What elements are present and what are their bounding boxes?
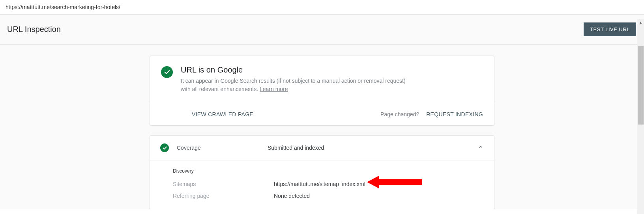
chevron-up-icon[interactable] <box>477 144 484 152</box>
page-title: URL Inspection <box>7 25 61 34</box>
scrollbar-track[interactable]: ▴ <box>637 19 644 214</box>
discovery-title: Discovery <box>173 168 483 174</box>
test-live-url-button[interactable]: TEST LIVE URL <box>584 22 636 36</box>
discovery-key: Sitemaps <box>173 181 274 187</box>
discovery-row-sitemaps: Sitemaps https://matttutt.me/sitemap_ind… <box>173 181 483 187</box>
page-changed-label: Page changed? <box>380 111 419 117</box>
discovery-section: Discovery Sitemaps https://matttutt.me/s… <box>150 160 494 209</box>
discovery-row-referring: Referring page None detected <box>173 193 483 199</box>
discovery-value-referring: None detected <box>274 193 310 199</box>
status-description: It can appear in Google Search results (… <box>181 77 410 93</box>
coverage-card: Coverage Submitted and indexed Discovery… <box>150 135 494 209</box>
checkmark-icon <box>160 143 169 152</box>
status-card-actions: VIEW CRAWLED PAGE Page changed? REQUEST … <box>150 103 494 125</box>
status-card-top: URL is on Google It can appear in Google… <box>150 56 494 103</box>
status-title: URL is on Google <box>181 65 410 74</box>
content-area: URL Inspection TEST LIVE URL URL is on G… <box>0 14 644 209</box>
coverage-status: Submitted and indexed <box>268 145 470 151</box>
request-indexing-button[interactable]: REQUEST INDEXING <box>426 111 483 117</box>
coverage-label: Coverage <box>177 145 260 151</box>
discovery-key: Referring page <box>173 193 274 199</box>
checkmark-icon <box>161 66 173 78</box>
status-text-block: URL is on Google It can appear in Google… <box>181 65 410 93</box>
scroll-up-arrow-icon[interactable]: ▴ <box>637 19 644 26</box>
discovery-value-sitemap: https://matttutt.me/sitemap_index.xml <box>274 181 365 187</box>
view-crawled-page-button[interactable]: VIEW CRAWLED PAGE <box>192 111 253 117</box>
url-input-bar[interactable]: https://matttutt.me/search-marketing-for… <box>0 0 644 14</box>
url-text: https://matttutt.me/search-marketing-for… <box>6 4 120 10</box>
status-card: URL is on Google It can appear in Google… <box>150 56 494 126</box>
coverage-header[interactable]: Coverage Submitted and indexed <box>150 136 494 160</box>
learn-more-link[interactable]: Learn more <box>260 86 288 92</box>
scrollbar-thumb[interactable] <box>638 46 644 125</box>
page-header: URL Inspection TEST LIVE URL <box>0 15 644 45</box>
main-content: URL is on Google It can appear in Google… <box>0 45 644 209</box>
